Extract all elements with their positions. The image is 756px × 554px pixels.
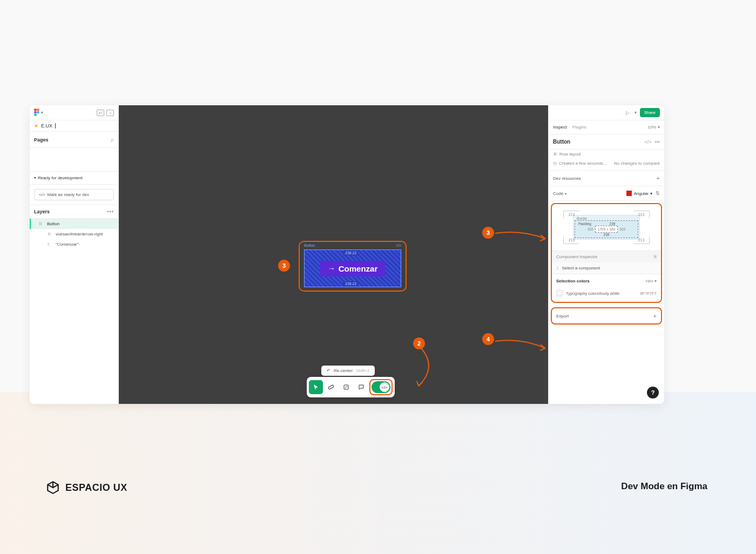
layer-name: Button [47,221,59,226]
a-square-icon[interactable]: A? [97,110,104,116]
button-component: → Comenzar [320,261,386,276]
bottom-toolbar: </> [307,377,395,397]
code-icon[interactable]: </> [645,139,652,145]
color-row[interactable]: Typography colors/body white #F7F7F7 [552,288,661,302]
layout-type-row: ⫼ Row layout [549,150,664,159]
footer-subtitle: Dev Mode en Figma [621,481,707,492]
callout-arrow-3 [494,227,548,248]
selection-colors-label: Selection colors [556,279,590,283]
button-text: Comenzar [339,264,378,273]
chevron-down-icon: ▾ [565,192,566,195]
angular-icon [626,191,632,196]
framework-dropdown[interactable]: Angular ▾ [626,191,652,196]
help-button[interactable]: ? [647,387,659,398]
tab-plugins[interactable]: Plugins [572,125,586,130]
pages-header[interactable]: Pages ⌕ [30,132,118,148]
code-output[interactable]: 1Select a component [552,262,661,274]
layer-name: vuesax/linear/arrow-right [56,232,103,237]
layer-row-text[interactable]: T "Comenzar"· [30,239,118,249]
plus-icon[interactable]: + [653,313,657,319]
clock-icon: ◷ [553,161,557,166]
play-icon[interactable]: ▷ [626,110,630,116]
selection-header: Button </> ••• [549,134,664,150]
export-label: Export [556,314,569,319]
recenter-tooltip[interactable]: ↶ Re-center Shift+2 [321,366,375,376]
bm-corner-tl: 213 [563,211,579,218]
svg-rect-1 [37,109,39,111]
caret-icon: ▸ [33,177,37,179]
panel-toggle-icon[interactable]: ▯ [106,110,114,116]
svg-rect-2 [34,111,37,113]
right-toolbar: ▷ ▾ Share [549,105,664,120]
mark-ready-label: Mark as ready for dev [48,192,89,197]
framework-label: Angular [633,191,649,196]
color-swatch [556,290,563,296]
created-label: Created a few seconds... [559,161,607,166]
measure-tool-button[interactable] [324,380,338,394]
dev-mode-toggle[interactable]: </> [372,381,390,393]
settings-icon[interactable]: ⇅ [656,191,660,196]
chevron-down-icon[interactable]: ▾ [41,110,43,115]
footer-brand: ESPACIO UX [46,481,127,495]
text-icon: T [47,242,52,247]
content-size: 1768 × 340 [595,226,618,233]
color-format-dropdown[interactable]: Hex ▾ [646,279,657,283]
padding-top: 239 [610,222,616,226]
figma-menu-icon[interactable] [34,109,39,117]
color-name: Typography colors/body white [566,291,619,296]
mark-ready-button[interactable]: </> Mark as ready for dev [34,189,114,200]
left-sidebar: ▾ A? ▯ ★ E.UX Pages ⌕ ▸ Ready for develo… [30,105,119,404]
more-icon[interactable]: ••• [107,209,114,214]
more-icon[interactable]: ••• [655,139,660,145]
measure-bottom: 239.22 [343,281,359,286]
selection-colors-header: Selection colors Hex ▾ [552,274,661,288]
tab-inspect[interactable]: Inspect [553,125,567,130]
frame-label[interactable]: Button [304,244,315,247]
code-dropdown[interactable]: Code ▾ [553,191,566,196]
layers-label: Layers [34,209,50,214]
layer-name: "Comenzar"· [56,242,80,247]
layout-icon: ⫼ [553,152,557,157]
espacio-ux-logo-icon [46,481,60,495]
canvas[interactable]: Button </> → Comenzar 239.22 239.22 3 2 … [119,105,548,404]
frame-title-bar: Button </> [304,244,401,247]
file-name[interactable]: E.UX [41,123,52,129]
frame-dev-icon[interactable]: </> [396,244,401,247]
layers-header[interactable]: Layers ••• [30,205,118,219]
box-model-diagram[interactable]: 213 213 213 213 Border - Padding 239 [552,204,661,251]
share-button[interactable]: Share [640,108,660,117]
export-section[interactable]: Export + [551,307,662,325]
plus-icon[interactable]: + [657,175,660,181]
search-icon[interactable]: ⌕ [111,137,114,143]
component-inspector-label: Component Inspector [556,254,598,259]
layer-row-button[interactable]: ⫼ Button [30,219,118,229]
padding-left: 303 [588,227,593,231]
code-dropdown-label: Code [553,191,563,196]
chevron-down-icon: ▾ [650,191,652,196]
bm-corner-tr: 213 [633,211,650,218]
layer-row-arrow[interactable]: ⫼ vuesax/linear/arrow-right [30,229,118,239]
move-tool-button[interactable] [309,380,323,394]
inspector-highlight-3: 213 213 213 213 Border - Padding 239 [551,203,662,303]
play-chevron-icon[interactable]: ▾ [634,110,637,115]
dev-resources-header[interactable]: Dev resources + [549,171,664,186]
callout-arrow-4 [494,335,548,356]
dev-mode-knob: </> [380,382,389,392]
annotate-tool-button[interactable] [339,380,353,394]
layout-type: Row layout [559,152,581,157]
zoom-value: 10% [647,125,656,130]
chevron-down-icon: ▾ [658,125,660,130]
svg-rect-0 [34,109,37,111]
component-inspector-header: Component Inspector ⎘ [552,251,661,262]
zoom-control[interactable]: 10% ▾ [647,125,660,130]
pages-list-empty [30,148,118,172]
pages-label: Pages [34,137,49,143]
comment-tool-button[interactable] [354,380,368,394]
copy-icon[interactable]: ⎘ [654,254,657,259]
border-dash: - [590,217,591,220]
padding-right: 303 [619,227,625,231]
color-hex: #F7F7F7 [640,291,657,296]
svg-rect-5 [328,385,334,389]
star-icon[interactable]: ★ [34,123,38,129]
ready-for-dev-section[interactable]: ▸ Ready for development [30,172,118,185]
